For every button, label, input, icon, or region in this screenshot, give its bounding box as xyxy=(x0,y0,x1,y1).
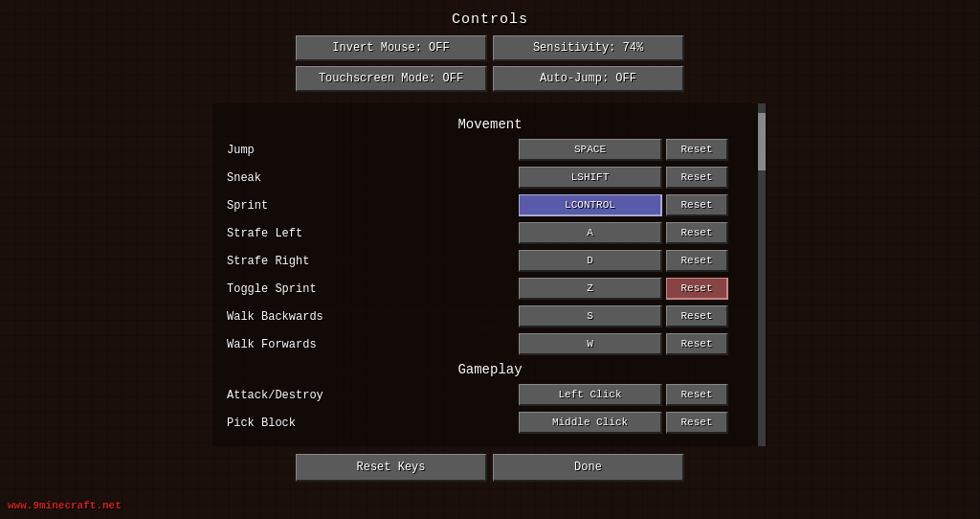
walk-backwards-label: Walk Backwards xyxy=(222,310,519,324)
strafe-left-key-btn[interactable]: A xyxy=(519,222,662,244)
gameplay-section-title: Gameplay xyxy=(222,362,758,377)
strafe-right-key-btn[interactable]: D xyxy=(519,250,662,272)
walk-forwards-label: Walk Forwards xyxy=(222,338,519,351)
done-btn[interactable]: Done xyxy=(493,454,684,482)
toggle-sprint-row: Toggle Sprint Z Reset xyxy=(222,277,758,301)
sensitivity-btn[interactable]: Sensitivity: 74% xyxy=(493,35,684,61)
main-container: Controls Invert Mouse: OFF Sensitivity: … xyxy=(0,0,980,519)
strafe-left-row: Strafe Left A Reset xyxy=(222,221,758,245)
pick-block-reset-btn[interactable]: Reset xyxy=(666,412,728,434)
sprint-key-btn[interactable]: LCONTROL xyxy=(519,194,662,216)
jump-reset-btn[interactable]: Reset xyxy=(666,139,728,161)
sneak-row: Sneak LSHIFT Reset xyxy=(222,166,758,190)
jump-label: Jump xyxy=(222,144,519,157)
jump-row: Jump SPACE Reset xyxy=(222,138,758,162)
sneak-reset-btn[interactable]: Reset xyxy=(666,167,728,189)
toggle-sprint-key-btn[interactable]: Z xyxy=(519,278,662,300)
walk-forwards-reset-btn[interactable]: Reset xyxy=(666,333,728,355)
attack-destroy-row: Attack/Destroy Left Click Reset xyxy=(222,383,758,407)
scrollbar-thumb[interactable] xyxy=(758,113,766,170)
walk-backwards-key-btn[interactable]: S xyxy=(519,305,662,327)
walk-forwards-key-btn[interactable]: W xyxy=(519,333,662,355)
walk-backwards-reset-btn[interactable]: Reset xyxy=(666,305,728,327)
attack-destroy-key-btn[interactable]: Left Click xyxy=(519,384,662,406)
movement-section-title: Movement xyxy=(222,117,758,132)
invert-mouse-btn[interactable]: Invert Mouse: OFF xyxy=(296,35,487,61)
auto-jump-btn[interactable]: Auto-Jump: OFF xyxy=(493,66,684,92)
pick-block-label: Pick Block xyxy=(222,417,519,430)
sneak-label: Sneak xyxy=(222,171,519,185)
strafe-right-row: Strafe Right D Reset xyxy=(222,249,758,273)
watermark: www.9minecraft.net xyxy=(8,500,122,511)
walk-backwards-row: Walk Backwards S Reset xyxy=(222,305,758,328)
strafe-right-label: Strafe Right xyxy=(222,255,519,268)
walk-forwards-row: Walk Forwards W Reset xyxy=(222,332,758,356)
reset-keys-btn[interactable]: Reset Keys xyxy=(296,454,487,482)
sprint-reset-btn[interactable]: Reset xyxy=(666,194,728,216)
top-buttons: Invert Mouse: OFF Sensitivity: 74% Touch… xyxy=(296,35,684,92)
pick-block-row: Pick Block Middle Click Reset xyxy=(222,411,758,435)
top-row-1: Invert Mouse: OFF Sensitivity: 74% xyxy=(296,35,684,61)
strafe-left-label: Strafe Left xyxy=(222,227,519,240)
scrollbar[interactable] xyxy=(758,103,766,446)
sprint-label: Sprint xyxy=(222,199,519,213)
toggle-sprint-reset-btn[interactable]: Reset xyxy=(666,278,728,300)
sprint-row: Sprint LCONTROL Reset xyxy=(222,193,758,217)
toggle-sprint-label: Toggle Sprint xyxy=(222,282,519,296)
jump-key-btn[interactable]: SPACE xyxy=(519,139,662,161)
sneak-key-btn[interactable]: LSHIFT xyxy=(519,167,662,189)
bottom-buttons: Reset Keys Done xyxy=(296,454,684,482)
strafe-left-reset-btn[interactable]: Reset xyxy=(666,222,728,244)
pick-block-key-btn[interactable]: Middle Click xyxy=(519,412,662,434)
strafe-right-reset-btn[interactable]: Reset xyxy=(666,250,728,272)
page-title: Controls xyxy=(452,11,528,28)
touchscreen-btn[interactable]: Touchscreen Mode: OFF xyxy=(296,66,487,92)
attack-destroy-label: Attack/Destroy xyxy=(222,389,519,402)
attack-destroy-reset-btn[interactable]: Reset xyxy=(666,384,728,406)
top-row-2: Touchscreen Mode: OFF Auto-Jump: OFF xyxy=(296,66,684,92)
scrollable-area: Movement Jump SPACE Reset Sneak LSHIFT R… xyxy=(212,103,768,446)
